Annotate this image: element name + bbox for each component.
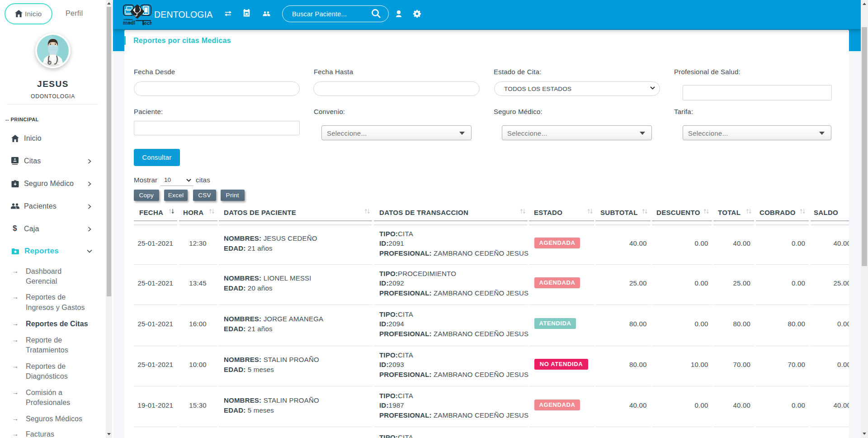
svg-text:medi: medi	[123, 20, 135, 25]
svg-text:ech: ech	[144, 20, 152, 26]
